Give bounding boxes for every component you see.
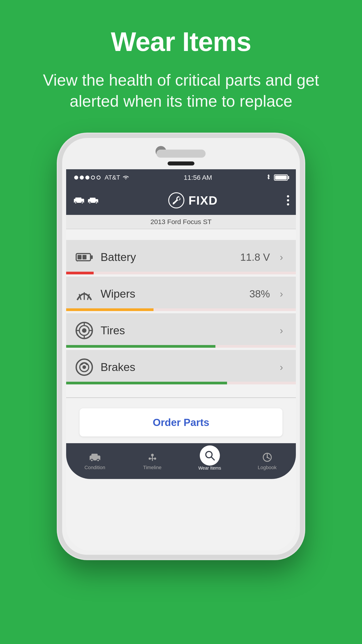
top-spacer [66,229,296,240]
tires-progress-fill [66,345,215,348]
svg-point-9 [89,202,90,204]
logbook-nav-label: Logbook [258,465,276,470]
mid-spacer [66,386,296,397]
svg-point-34 [91,460,92,461]
status-bar: AT&T 11:56 AM [66,169,296,186]
svg-rect-16 [82,255,86,260]
status-time: 11:56 AM [184,174,212,181]
signal-dot-1 [74,176,78,180]
wipers-progress-fill [66,308,153,311]
battery-progress-fill [66,272,94,274]
tires-svg-icon [75,322,93,340]
tires-chevron-icon: › [280,326,288,334]
svg-point-11 [96,202,97,204]
battery-status-icon [274,174,288,181]
tires-progress-track [66,345,296,348]
signal-dots [74,176,100,180]
wear-items-search-circle [200,446,220,466]
signal-dot-3 [85,176,89,180]
svg-point-23 [82,328,86,333]
vehicle-bar: 2013 Ford Focus ST [66,215,296,229]
menu-dot-2 [287,199,289,202]
battery-chevron-icon: › [280,253,288,261]
battery-value: 11.8 V [240,251,270,263]
brakes-progress-track [66,382,296,384]
brakes-icon-item [74,357,94,377]
signal-dot-2 [80,176,84,180]
battery-label: Battery [100,251,234,264]
wipers-svg-icon [75,285,93,303]
carrier-label: AT&T [105,174,120,181]
wipers-progress-track [66,308,296,311]
svg-rect-14 [90,255,93,259]
battery-icon-item: + [74,247,94,267]
content-area: + Battery 11.8 V › [66,229,296,551]
more-options-button[interactable] [287,195,289,206]
tires-row[interactable]: Tires › [66,313,296,348]
tires-icon-item [74,320,94,340]
svg-point-5 [81,202,83,204]
brakes-chevron-icon: › [280,363,288,371]
brakes-row[interactable]: Brakes › [66,350,296,384]
condition-nav-label: Condition [84,465,105,470]
bluetooth-icon [266,174,271,182]
battery-svg-icon: + [75,248,93,266]
vehicle-selector-icons[interactable] [73,196,99,205]
bottom-navigation: Condition [66,443,296,479]
timeline-nav-icon [146,452,159,463]
timeline-nav-label: Timeline [143,465,161,470]
battery-fill [275,176,287,180]
page-subtitle: View the health of critical parts and ge… [18,70,344,112]
wrench-icon [171,195,181,206]
tires-label: Tires [100,324,264,337]
app-logo: FIXD [168,192,218,208]
svg-point-37 [151,454,154,456]
menu-dot-1 [287,195,289,198]
battery-row[interactable]: + Battery 11.8 V › [66,240,296,274]
nav-item-wear-items[interactable]: Wear Items [181,443,238,479]
svg-rect-15 [77,255,81,260]
content-divider [66,397,296,398]
car-icon-1 [73,196,85,205]
page-background: Wear Items View the health of critical p… [0,0,362,644]
wipers-row[interactable]: Wipers 38% › [66,276,296,311]
phone-screen: AT&T 11:56 AM [66,169,296,551]
signal-dot-4 [91,176,95,180]
header-section: Wear Items View the health of critical p… [0,27,362,112]
nav-item-timeline[interactable]: Timeline [124,443,181,479]
car-icon-2 [87,196,99,205]
app-header: FIXD [66,186,296,215]
wifi-icon [122,174,129,181]
phone-home-bar [168,162,194,166]
wipers-label: Wipers [100,287,243,300]
wipers-icon-item [74,284,94,304]
condition-nav-icon [88,452,102,463]
logbook-svg-icon [261,452,273,462]
vehicle-name-label: 2013 Ford Focus ST [150,218,211,226]
car-nav-icon [89,452,101,462]
order-parts-button[interactable]: Order Parts [79,408,283,436]
app-name-label: FIXD [188,194,218,207]
brakes-label: Brakes [100,361,264,374]
nav-item-logbook[interactable]: Logbook [238,443,296,479]
menu-dot-3 [287,203,289,206]
phone-speaker [156,150,206,158]
status-right [266,174,288,182]
svg-point-12 [173,202,175,204]
status-left: AT&T [74,174,129,181]
timeline-svg-icon [147,452,158,462]
nav-item-condition[interactable]: Condition [66,443,124,479]
svg-rect-7 [90,198,96,200]
logbook-nav-icon [261,452,274,463]
svg-rect-1 [75,198,81,200]
svg-point-48 [267,456,268,458]
wipers-chevron-icon: › [280,290,288,298]
brakes-progress-fill [66,382,227,384]
battery-progress-track [66,272,296,274]
search-nav-icon [204,450,216,461]
svg-line-44 [211,457,214,460]
svg-rect-32 [91,454,98,457]
phone-body: AT&T 11:56 AM [58,134,304,559]
signal-dot-5 [96,176,100,180]
svg-point-3 [75,202,76,204]
